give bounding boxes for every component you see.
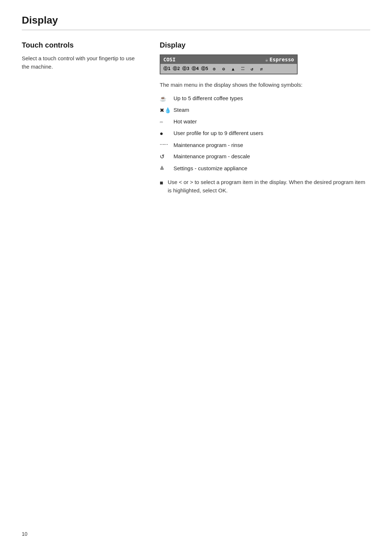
section-divider <box>22 30 370 30</box>
disp-icon-rinse: ⁚⁚⁚ <box>239 66 246 71</box>
espresso-text: Espresso <box>270 57 294 62</box>
settings-icon: ≜ <box>160 165 173 172</box>
coffee-types-icon: ☕ <box>160 95 173 102</box>
disp-icon-descale: ↺ <box>248 66 256 72</box>
touch-controls-title: Touch controls <box>22 41 138 49</box>
symbol-item-settings: ≜ Settings - customize appliance <box>160 164 370 172</box>
display-panel: COSI ☕ Espresso ⓪1 ⓪2 ⓪3 ⓪4 ⓪5 ⊙ ⊖ ▲ ⁚⁚⁚… <box>160 54 298 74</box>
disp-icon-4: ⓪4 <box>192 66 199 72</box>
display-section: Display COSI ☕ Espresso ⓪1 ⓪2 ⓪3 ⓪4 ⓪5 ⊙… <box>160 41 370 195</box>
display-espresso-label: ☕ Espresso <box>265 57 294 62</box>
symbol-item-steam: ✖💧 Steam <box>160 106 370 114</box>
espresso-cup-icon: ☕ <box>265 57 268 62</box>
symbol-list: ☕ Up to 5 different coffee types ✖💧 Stea… <box>160 94 370 173</box>
display-title: Display <box>160 41 370 49</box>
display-cosi-label: COSI <box>163 57 176 62</box>
disp-icon-3: ⓪3 <box>182 66 189 72</box>
symbol-item-hotwater: ⎓ Hot water <box>160 118 370 126</box>
descale-text: Maintenance program - descale <box>173 152 370 160</box>
steam-icon: ✖💧 <box>160 106 173 114</box>
settings-text: Settings - customize appliance <box>173 164 370 172</box>
note-block: ■ Use < or > to select a program item in… <box>160 178 370 195</box>
symbol-item-descale: ↺ Maintenance program - descale <box>160 152 370 161</box>
disp-icon-hotwater: ⊖ <box>220 66 227 72</box>
descale-icon: ↺ <box>160 153 173 161</box>
rinse-icon: ⋯⋯ <box>160 142 173 148</box>
touch-controls-section: Touch controls Select a touch control wi… <box>22 41 138 195</box>
symbol-item-rinse: ⋯⋯ Maintenance program - rinse <box>160 141 370 149</box>
disp-icon-5: ⓪5 <box>201 66 208 72</box>
disp-icon-1: ⓪1 <box>163 66 171 72</box>
symbol-item-user: ● User profile for up to 9 different use… <box>160 129 370 138</box>
disp-icon-steam: ⊙ <box>211 66 218 72</box>
coffee-types-text: Up to 5 different coffee types <box>173 94 370 102</box>
rinse-text: Maintenance program - rinse <box>173 141 370 149</box>
page-title: Display <box>22 15 370 26</box>
user-icon: ● <box>160 130 173 138</box>
steam-text: Steam <box>173 106 370 114</box>
touch-controls-description: Select a touch control with your fingert… <box>22 54 138 71</box>
display-row-1: COSI ☕ Espresso <box>160 55 297 64</box>
display-row-2: ⓪1 ⓪2 ⓪3 ⓪4 ⓪5 ⊙ ⊖ ▲ ⁚⁚⁚ ↺ ⇌ <box>160 64 297 74</box>
note-text: Use < or > to select a program item in t… <box>168 178 370 195</box>
note-bullet-icon: ■ <box>160 179 165 187</box>
main-menu-description: The main menu in the display shows the f… <box>160 81 370 89</box>
disp-icon-settings: ⇌ <box>258 66 265 72</box>
disp-icon-2: ⓪2 <box>173 66 180 72</box>
disp-icon-user: ▲ <box>229 66 237 72</box>
hotwater-icon: ⎓ <box>160 118 173 126</box>
user-profile-text: User profile for up to 9 different users <box>173 129 370 137</box>
page-number: 10 <box>22 531 28 537</box>
symbol-item-coffee: ☕ Up to 5 different coffee types <box>160 94 370 102</box>
hotwater-text: Hot water <box>173 118 370 125</box>
main-content: Touch controls Select a touch control wi… <box>22 41 370 195</box>
